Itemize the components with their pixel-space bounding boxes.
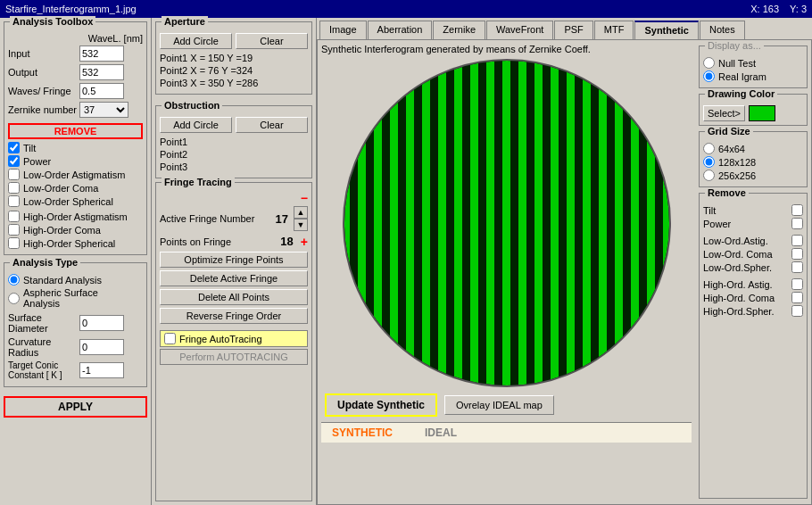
grid-256-radio[interactable]: [703, 170, 715, 181]
null-test-radio[interactable]: [703, 57, 715, 69]
low-spher-label: Low-Order Spherical: [23, 196, 113, 207]
real-igram-radio[interactable]: [703, 70, 715, 82]
remove-high-astig-checkbox[interactable]: [791, 278, 803, 290]
standard-analysis-radio[interactable]: [8, 274, 20, 286]
remove-high-coma-checkbox[interactable]: [791, 292, 803, 303]
zernike-select[interactable]: 37: [79, 102, 128, 118]
fringe-tracing-title: Fringe Tracing: [162, 177, 235, 187]
points-on-fringe-label: Points on Fringe: [160, 236, 263, 247]
high-astig-checkbox[interactable]: [8, 211, 20, 222]
points-on-fringe-row: Points on Fringe 18 +: [160, 235, 308, 248]
low-spher-row: Low-Order Spherical: [8, 195, 143, 207]
curvature-radius-input[interactable]: [79, 339, 124, 355]
remove-group-title: Remove: [705, 187, 749, 198]
aperture-group: Aperture Add Circle Clear Point1 X = 150…: [155, 21, 312, 95]
waves-field[interactable]: [79, 83, 124, 99]
update-synthetic-button[interactable]: Update Synthetic: [325, 393, 437, 417]
clear-aperture-button[interactable]: Clear: [236, 33, 308, 49]
low-coma-checkbox[interactable]: [8, 182, 20, 194]
grid-256-row: 256x256: [703, 170, 803, 181]
power-checkbox[interactable]: [8, 155, 20, 167]
reverse-fringe-button[interactable]: Reverse Fringe Order: [160, 308, 308, 324]
select-color-button[interactable]: Select>: [703, 105, 745, 121]
tab-image[interactable]: Image: [319, 21, 367, 39]
tilt-label: Tilt: [23, 143, 36, 153]
main-content: Analysis Toolbox WaveL. [nm] Input Outpu…: [0, 18, 812, 505]
input-field[interactable]: [79, 46, 124, 62]
tab-notes[interactable]: Notes: [700, 21, 745, 39]
add-circle-obstruction-button[interactable]: Add Circle: [160, 117, 232, 133]
bottom-tab-synthetic[interactable]: SYNTHETIC: [325, 425, 400, 441]
aperture-point1: Point1 X = 150 Y =19: [160, 53, 308, 63]
tilt-checkbox[interactable]: [8, 142, 20, 153]
perform-autotracing-button[interactable]: Perform AUTOTRACING: [160, 349, 308, 365]
title-bar: Starfire_Interferogramm_1.jpg X: 163 Y: …: [0, 0, 812, 18]
add-circle-button[interactable]: Add Circle: [160, 33, 232, 49]
color-swatch: [749, 105, 775, 121]
apply-button[interactable]: APPLY: [4, 396, 147, 418]
tab-psf[interactable]: PSF: [554, 21, 592, 39]
power-row: Power: [8, 155, 143, 167]
interferogram-area: Synthetic Interferogram generated by mea…: [318, 40, 695, 504]
remove-group: Remove Tilt Power Low-Ord.Astig.: [699, 193, 808, 499]
input-label: Input: [8, 48, 79, 59]
remove-high-spher-checkbox[interactable]: [791, 305, 803, 317]
y-label: Y: 3: [790, 4, 807, 14]
grid-size-title: Grid Size: [705, 126, 753, 137]
remove-low-spher-label: Low-Ord.Spher.: [703, 262, 772, 273]
tab-zernike[interactable]: Zernike: [433, 21, 485, 39]
fringe-plus-button[interactable]: +: [301, 236, 308, 248]
high-spher-checkbox[interactable]: [8, 237, 20, 249]
high-coma-label: High-Order Coma: [23, 225, 101, 236]
drawing-color-title: Drawing Color: [705, 88, 777, 99]
tab-aberration[interactable]: Aberration: [368, 21, 433, 39]
bottom-tab-ideal[interactable]: IDEAL: [418, 425, 464, 441]
real-igram-label: Real Igram: [718, 71, 766, 82]
output-field[interactable]: [79, 64, 124, 80]
obstruction-group: Obstruction Add Circle Clear Point1 Poin…: [155, 105, 312, 178]
remove-power-row: Power: [703, 218, 803, 229]
low-spher-checkbox[interactable]: [8, 195, 20, 207]
aperture-title: Aperture: [162, 16, 208, 27]
low-astig-checkbox[interactable]: [8, 169, 20, 180]
target-conic-input[interactable]: [79, 362, 124, 378]
analysis-toolbox-group: Analysis Toolbox WaveL. [nm] Input Outpu…: [4, 21, 147, 255]
autotracing-checkbox[interactable]: [164, 333, 176, 344]
wavel-header: WaveL. [nm]: [8, 33, 143, 44]
tab-wavefront[interactable]: WaveFront: [486, 21, 553, 39]
surface-diameter-input[interactable]: [79, 315, 124, 331]
remove-low-coma-checkbox[interactable]: [791, 248, 803, 260]
delete-active-fringe-button[interactable]: Delete Active Fringe: [160, 270, 308, 286]
remove-low-spher-row: Low-Ord.Spher.: [703, 261, 803, 273]
fringe-minus-button[interactable]: −: [301, 192, 308, 204]
remove-low-astig-checkbox[interactable]: [791, 235, 803, 246]
fringe-down-button[interactable]: ▼: [294, 219, 308, 231]
tab-synthetic[interactable]: Synthetic: [634, 21, 699, 39]
remove-low-spher-checkbox[interactable]: [791, 261, 803, 273]
high-coma-checkbox[interactable]: [8, 224, 20, 236]
grid-64-radio[interactable]: [703, 143, 715, 154]
overlay-ideal-button[interactable]: Ovrelay IDEAL map: [444, 395, 554, 415]
delete-all-points-button[interactable]: Delete All Points: [160, 289, 308, 305]
tab-mtf[interactable]: MTF: [594, 21, 634, 39]
fringe-up-button[interactable]: ▲: [294, 206, 308, 219]
standard-analysis-row: Standard Analysis: [8, 274, 143, 286]
remove-tilt-checkbox[interactable]: [791, 204, 803, 216]
tilt-row: Tilt: [8, 142, 143, 153]
optimize-fringe-button[interactable]: Optimize Fringe Points: [160, 252, 308, 268]
right-controls: Display as... Null Test Real Igram: [695, 40, 811, 504]
obstruction-btn-row: Add Circle Clear: [160, 117, 308, 133]
grid-128-radio[interactable]: [703, 156, 715, 168]
remove-high-astig-label: High-Ord. Astig.: [703, 279, 773, 290]
grid-size-group: Grid Size 64x64 128x128 256x256: [699, 131, 808, 187]
aspheric-analysis-radio[interactable]: [8, 293, 20, 304]
color-row: Select>: [703, 105, 803, 121]
clear-obstruction-button[interactable]: Clear: [236, 117, 308, 133]
remove-button[interactable]: REMOVE: [8, 123, 143, 139]
high-spher-row: High-Order Spherical: [8, 237, 143, 249]
remove-power-checkbox[interactable]: [791, 218, 803, 229]
aspheric-analysis-row: Aspheric SurfaceAnalysis: [8, 287, 143, 309]
obstruction-point2: Point2: [160, 149, 308, 160]
high-astig-row: High-Order Astigmatism: [8, 211, 143, 222]
high-spher-label: High-Order Spherical: [23, 238, 115, 249]
